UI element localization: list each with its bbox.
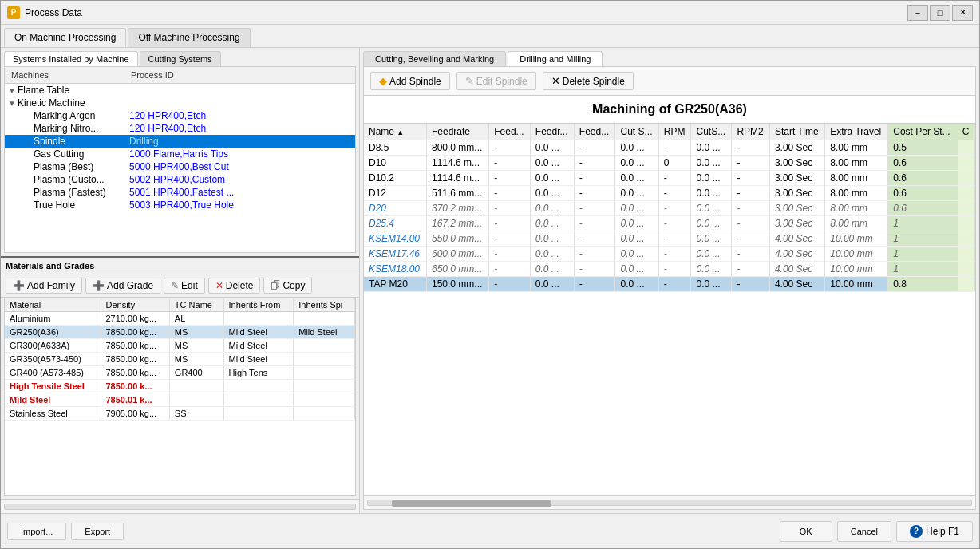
delete-spindle-button[interactable]: ✕ Delete Spindle (543, 72, 634, 90)
ok-button[interactable]: OK (780, 521, 832, 542)
add-grade-label: Add Grade (107, 280, 153, 291)
materials-toolbar: ➕ Add Family ➕ Add Grade ✎ Edit ✕ Delete (1, 274, 359, 298)
mat-row[interactable]: GR250(A36)7850.00 kg...MSMild SteelMild … (5, 326, 355, 339)
col-tc-name: TC Name (169, 298, 223, 312)
col-feed2: Feed... (489, 124, 531, 140)
add-family-icon: ➕ (13, 280, 25, 291)
right-toolbar: ◆ Add Spindle ✎ Edit Spindle ✕ Delete Sp… (364, 67, 975, 96)
col-cost: Cost Per St... (888, 124, 957, 140)
tree-item-gas-cutting[interactable]: Gas Cutting 1000 Flame,Harris Tips (5, 148, 355, 160)
delete-spindle-icon: ✕ (551, 75, 560, 87)
col-feedr: Feedr... (530, 124, 574, 140)
spindle-row[interactable]: KSEM18.00650.0 mm...-0.0 ...-0.0 ...-0.0… (364, 262, 975, 277)
tab-cutting-systems[interactable]: Cutting Systems (140, 51, 221, 66)
tree-header: Machines Process ID (5, 67, 355, 84)
close-button[interactable]: ✕ (952, 5, 973, 21)
expand-icon (24, 188, 34, 197)
tree-item-plasma-custom[interactable]: Plasma (Custo... 5002 HPR400,Custom (5, 173, 355, 186)
mat-row[interactable]: Mild Steel7850.01 k... (5, 393, 355, 407)
expand-icon (24, 176, 34, 184)
mat-row[interactable]: Stainless Steel7905.00 kg...SS (5, 407, 355, 421)
spindle-header-row: Name ▲ Feedrate Feed... Feedr... Feed...… (364, 124, 975, 140)
window-title: Process Data (25, 7, 82, 18)
col-name[interactable]: Name ▲ (364, 124, 426, 140)
sort-arrow: ▲ (397, 128, 404, 136)
col-inherits-spi: Inherits Spi (294, 298, 355, 312)
tab-off-machine[interactable]: Off Machine Processing (128, 28, 250, 47)
spindle-row[interactable]: D8.5800.0 mm...-0.0 ...-0.0 ...-0.0 ...-… (364, 140, 975, 156)
scroll-track[interactable] (4, 504, 356, 510)
tree-item-kinetic-machine[interactable]: ▼ Kinetic Machine (5, 97, 355, 109)
add-family-label: Add Family (27, 280, 75, 291)
tree-section: Systems Installed by Machine Cutting Sys… (1, 48, 359, 258)
copy-icon: 🗍 (271, 280, 280, 291)
tab-systems-installed[interactable]: Systems Installed by Machine (4, 51, 138, 66)
mat-row[interactable]: High Tensile Steel7850.00 k... (5, 380, 355, 393)
tree-item-flame-table[interactable]: ▼ Flame Table (5, 84, 355, 97)
edit-button[interactable]: ✎ Edit (164, 278, 205, 294)
spindle-row[interactable]: D25.4167.2 mm...-0.0 ...-0.0 ...-0.0 ...… (364, 216, 975, 231)
spindle-row[interactable]: KSEM17.46600.0 mm...-0.0 ...-0.0 ...-0.0… (364, 247, 975, 262)
copy-label: Copy (283, 280, 305, 291)
help-button[interactable]: ? Help F1 (896, 521, 973, 542)
expand-icon: ▼ (8, 99, 18, 108)
tree-col-machines: Machines (8, 69, 128, 81)
add-spindle-label: Add Spindle (389, 76, 441, 87)
cancel-button[interactable]: Cancel (837, 521, 891, 542)
help-icon: ? (910, 525, 923, 538)
minimize-button[interactable]: − (907, 5, 928, 21)
right-panel: Cutting, Bevelling and Marking Drilling … (360, 48, 979, 513)
h-scroll-thumb[interactable] (392, 500, 551, 507)
add-family-button[interactable]: ➕ Add Family (6, 278, 82, 294)
bottom-scrollbar[interactable] (364, 495, 975, 509)
tree-view[interactable]: Machines Process ID ▼ Flame Table ▼ Kine… (4, 66, 356, 253)
add-spindle-button[interactable]: ◆ Add Spindle (370, 72, 450, 90)
mat-row[interactable]: Aluminium2710.00 kg...AL (5, 312, 355, 326)
expand-icon: ▼ (8, 86, 18, 95)
maximize-button[interactable]: □ (930, 5, 950, 21)
tab-drilling-milling[interactable]: Drilling and Milling (508, 51, 603, 66)
col-material: Material (5, 298, 101, 312)
mat-row[interactable]: GR300(A633A)7850.00 kg...MSMild Steel (5, 339, 355, 353)
tree-item-plasma-fastest[interactable]: Plasma (Fastest) 5001 HPR400,Fastest ... (5, 186, 355, 199)
footer: Import... Export OK Cancel ? Help F1 (1, 513, 979, 548)
machining-title: Machining of GR250(A36) (364, 96, 975, 124)
h-scroll-track[interactable] (367, 500, 972, 506)
edit-spindle-button[interactable]: ✎ Edit Spindle (456, 72, 536, 90)
tree-item-spindle[interactable]: Spindle Drilling (5, 135, 355, 148)
spindle-row[interactable]: TAP M20150.0 mm...-0.0 ...-0.0 ...-0.0 .… (364, 277, 975, 292)
left-horizontal-scrollbar[interactable] (1, 499, 359, 513)
delete-button[interactable]: ✕ Delete (208, 278, 261, 294)
tree-item-marking-nitro[interactable]: Marking Nitro... 120 HPR400,Etch (5, 122, 355, 135)
main-tab-bar: On Machine Processing Off Machine Proces… (1, 25, 979, 48)
mat-row[interactable]: GR350(A573-450)7850.00 kg...MSMild Steel (5, 353, 355, 366)
right-content-panel: ◆ Add Spindle ✎ Edit Spindle ✕ Delete Sp… (363, 66, 976, 510)
add-grade-button[interactable]: ➕ Add Grade (85, 278, 160, 294)
col-cuts: Cut S... (615, 124, 658, 140)
import-button[interactable]: Import... (7, 523, 66, 540)
spindle-row[interactable]: D20370.2 mm...-0.0 ...-0.0 ...-0.0 ...-3… (364, 201, 975, 216)
add-spindle-icon: ◆ (379, 75, 387, 87)
materials-section-header: Materials and Grades (1, 258, 359, 274)
tab-cutting-bevelling[interactable]: Cutting, Bevelling and Marking (363, 51, 506, 66)
tree-item-marking-argon[interactable]: Marking Argon 120 HPR400,Etch (5, 109, 355, 122)
copy-button[interactable]: 🗍 Copy (263, 278, 312, 294)
tree-item-true-hole[interactable]: True Hole 5003 HPR400,True Hole (5, 199, 355, 211)
spindle-row[interactable]: D12511.6 mm...-0.0 ...-0.0 ...-0.0 ...-3… (364, 186, 975, 201)
section-tab-bar: Systems Installed by Machine Cutting Sys… (1, 48, 359, 66)
tree-item-plasma-best[interactable]: Plasma (Best) 5000 HPR400,Best Cut (5, 160, 355, 173)
mat-row[interactable]: GR400 (A573-485)7850.00 kg...GR400High T… (5, 366, 355, 380)
materials-grid: Material Density TC Name Inherits From I… (5, 298, 355, 421)
tab-on-machine[interactable]: On Machine Processing (4, 28, 126, 47)
spindle-row[interactable]: D10.21114.6 m...-0.0 ...-0.0 ...-0.0 ...… (364, 171, 975, 186)
edit-spindle-label: Edit Spindle (476, 76, 528, 87)
tree-col-process-id: Process ID (128, 69, 352, 81)
export-button[interactable]: Export (71, 523, 124, 540)
col-feed4: Feed... (574, 124, 615, 140)
spindle-table-wrap[interactable]: Name ▲ Feedrate Feed... Feedr... Feed...… (364, 124, 975, 495)
spindle-row[interactable]: D101114.6 m...-0.0 ...-0.0 ...00.0 ...-3… (364, 156, 975, 171)
footer-right-buttons: OK Cancel ? Help F1 (780, 521, 973, 542)
expand-icon (24, 124, 34, 133)
spindle-row[interactable]: KSEM14.00550.0 mm...-0.0 ...-0.0 ...-0.0… (364, 231, 975, 247)
col-extra-travel: Extra Travel (825, 124, 888, 140)
